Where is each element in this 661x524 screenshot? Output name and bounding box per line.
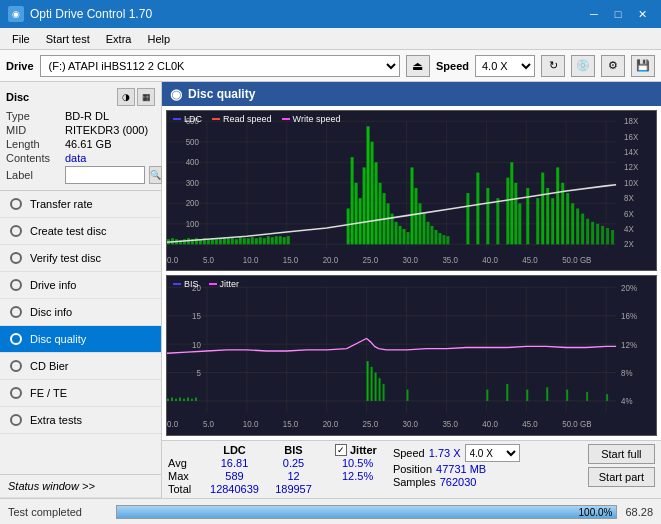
- svg-rect-68: [418, 203, 421, 244]
- svg-rect-65: [407, 232, 410, 244]
- nav-drive-info-label: Drive info: [30, 279, 76, 291]
- speed-stat-selector[interactable]: 4.0 X: [465, 444, 520, 462]
- svg-rect-76: [466, 193, 469, 244]
- nav-verify-test-disc[interactable]: Verify test disc: [0, 245, 161, 272]
- svg-text:20.0: 20.0: [323, 419, 339, 430]
- svg-rect-29: [207, 239, 210, 244]
- cd-bier-icon: [8, 358, 24, 374]
- status-window-label: Status window >>: [8, 480, 95, 492]
- menu-file[interactable]: File: [4, 28, 38, 49]
- nav-transfer-rate[interactable]: Transfer rate: [0, 191, 161, 218]
- jitter-checkbox[interactable]: ✓: [335, 444, 347, 456]
- maximize-button[interactable]: □: [607, 5, 629, 23]
- svg-rect-86: [541, 173, 544, 245]
- svg-rect-88: [551, 198, 554, 244]
- close-button[interactable]: ✕: [631, 5, 653, 23]
- svg-rect-81: [510, 162, 513, 244]
- svg-rect-31: [215, 239, 218, 244]
- svg-rect-41: [255, 238, 258, 244]
- chart1-legend: LDC Read speed Write speed: [173, 114, 340, 124]
- extra-tests-icon: [8, 412, 24, 428]
- bis-label: BIS: [184, 279, 199, 289]
- svg-rect-145: [171, 398, 173, 401]
- svg-rect-80: [506, 178, 509, 245]
- start-full-button[interactable]: Start full: [588, 444, 655, 464]
- drive-select[interactable]: (F:) ATAPI iHBS112 2 CL0K: [40, 55, 400, 77]
- svg-rect-46: [275, 236, 278, 244]
- nav-create-test-disc[interactable]: Create test disc: [0, 218, 161, 245]
- svg-text:20.0: 20.0: [323, 256, 339, 265]
- svg-rect-53: [359, 198, 362, 244]
- menu-start-test[interactable]: Start test: [38, 28, 98, 49]
- label-search-button[interactable]: 🔍: [149, 166, 162, 184]
- content-header-icon: ◉: [170, 86, 182, 102]
- svg-rect-159: [506, 384, 508, 401]
- ldc-label: LDC: [184, 114, 202, 124]
- menu-extra[interactable]: Extra: [98, 28, 140, 49]
- disc-button[interactable]: 💿: [571, 55, 595, 77]
- disc-icon-btn-2[interactable]: ▦: [137, 88, 155, 106]
- svg-rect-151: [195, 398, 197, 401]
- menu-help[interactable]: Help: [139, 28, 178, 49]
- start-part-button[interactable]: Start part: [588, 467, 655, 487]
- svg-rect-91: [566, 193, 569, 244]
- speed-select[interactable]: 4.0 X: [475, 55, 535, 77]
- ldc-header: LDC: [207, 444, 262, 456]
- svg-rect-164: [606, 394, 608, 401]
- transfer-rate-icon: [8, 196, 24, 212]
- svg-text:10.0: 10.0: [243, 256, 259, 265]
- nav-extra-tests-label: Extra tests: [30, 414, 82, 426]
- nav-cd-bier[interactable]: CD Bier: [0, 353, 161, 380]
- nav-disc-info-label: Disc info: [30, 306, 72, 318]
- svg-text:15.0: 15.0: [283, 419, 299, 430]
- svg-text:30.0: 30.0: [403, 256, 419, 265]
- nav-extra-tests[interactable]: Extra tests: [0, 407, 161, 434]
- status-window-btn[interactable]: Status window >>: [0, 474, 161, 498]
- svg-rect-63: [399, 226, 402, 244]
- legend-read: Read speed: [212, 114, 272, 124]
- svg-text:30.0: 30.0: [403, 419, 419, 430]
- svg-text:200: 200: [186, 199, 200, 208]
- eject-button[interactable]: ⏏: [406, 55, 430, 77]
- nav-disc-quality-label: Disc quality: [30, 333, 86, 345]
- svg-rect-82: [514, 183, 517, 245]
- refresh-button[interactable]: ↻: [541, 55, 565, 77]
- svg-rect-148: [183, 399, 185, 401]
- settings-button[interactable]: ⚙: [601, 55, 625, 77]
- read-dot: [212, 118, 220, 120]
- nav-fe-te[interactable]: FE / TE: [0, 380, 161, 407]
- nav-drive-info[interactable]: Drive info: [0, 272, 161, 299]
- disc-icon-btn-1[interactable]: ◑: [117, 88, 135, 106]
- jitter-header: Jitter: [350, 444, 377, 456]
- speed-section: Speed 1.73 X 4.0 X Position 47731 MB Sam…: [393, 444, 520, 488]
- nav-disc-info[interactable]: Disc info: [0, 299, 161, 326]
- samples-value: 762030: [440, 476, 477, 488]
- avg-label: Avg: [168, 457, 203, 469]
- svg-rect-67: [414, 188, 417, 244]
- svg-rect-62: [395, 222, 398, 245]
- drive-label: Drive: [6, 60, 34, 72]
- disc-contents-row: Contents data: [6, 152, 155, 164]
- svg-rect-42: [259, 237, 262, 244]
- svg-text:400: 400: [186, 158, 200, 167]
- write-label: Write speed: [293, 114, 341, 124]
- menubar: File Start test Extra Help: [0, 28, 661, 50]
- label-input[interactable]: [65, 166, 145, 184]
- position-value: 47731 MB: [436, 463, 486, 475]
- minimize-button[interactable]: ─: [583, 5, 605, 23]
- save-button[interactable]: 💾: [631, 55, 655, 77]
- disc-info-icon: [8, 304, 24, 320]
- svg-rect-74: [442, 235, 445, 244]
- titlebar-title: ◉ Opti Drive Control 1.70: [8, 6, 152, 22]
- svg-rect-75: [446, 236, 449, 244]
- content-area: ◉ Disc quality LDC Read speed: [162, 82, 661, 498]
- svg-rect-54: [363, 167, 366, 244]
- contents-value: data: [65, 152, 86, 164]
- chart2-legend: BIS Jitter: [173, 279, 239, 289]
- svg-rect-32: [219, 238, 222, 244]
- jitter-dot: [209, 283, 217, 285]
- chart1-svg: 600 500 400 300 200 100 18X 16X 14X 12X …: [167, 111, 656, 270]
- svg-rect-44: [267, 236, 270, 244]
- length-label: Length: [6, 138, 61, 150]
- nav-disc-quality[interactable]: Disc quality: [0, 326, 161, 353]
